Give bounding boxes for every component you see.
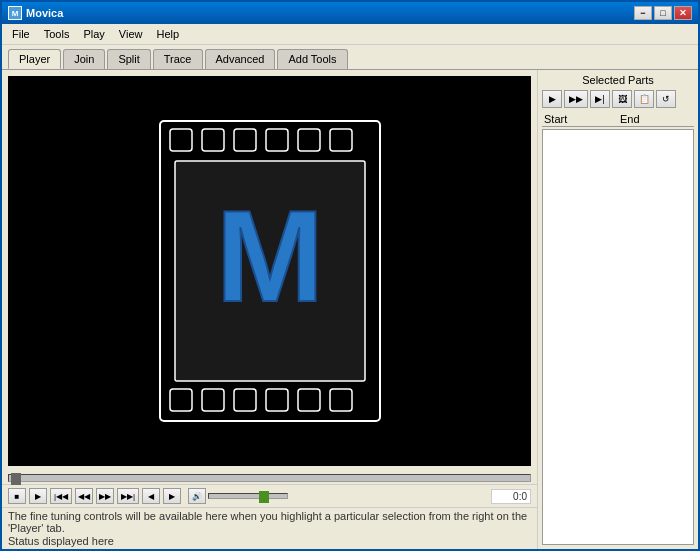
menu-play[interactable]: Play (77, 26, 110, 42)
menu-help[interactable]: Help (150, 26, 185, 42)
selected-parts-label: Selected Parts (542, 74, 694, 86)
title-bar: M Movica − □ ✕ (2, 2, 698, 24)
window-title: Movica (26, 7, 63, 19)
tab-add-tools[interactable]: Add Tools (277, 49, 347, 69)
next-frame-button[interactable]: ▶▶ (96, 488, 114, 504)
fwd-button[interactable]: ▶ (163, 488, 181, 504)
volume-thumb[interactable] (259, 491, 269, 503)
status-area: The fine tuning controls will be availab… (2, 507, 537, 549)
parts-list[interactable] (542, 129, 694, 545)
film-strip-svg: M (130, 111, 410, 431)
volume-track[interactable] (208, 493, 288, 499)
main-content: M ■ ▶ |◀◀ ◀◀ ▶▶ ▶▶| ◀ ▶ 🔊 (2, 69, 698, 549)
menu-bar: File Tools Play View Help (2, 24, 698, 45)
tab-join[interactable]: Join (63, 49, 105, 69)
progress-bar-area (2, 472, 537, 484)
stop-button[interactable]: ■ (8, 488, 26, 504)
progress-track[interactable] (8, 474, 531, 482)
svg-rect-2 (202, 129, 224, 151)
time-display: 0:0 (491, 489, 531, 504)
svg-rect-7 (170, 389, 192, 411)
svg-rect-9 (234, 389, 256, 411)
svg-rect-10 (266, 389, 288, 411)
menu-tools[interactable]: Tools (38, 26, 76, 42)
info-text: The fine tuning controls will be availab… (8, 510, 531, 534)
parts-header-start: Start (542, 112, 618, 126)
parts-toolbar: ▶ ▶▶ ▶| 🖼 📋 ↺ (542, 90, 694, 108)
minimize-button[interactable]: − (634, 6, 652, 20)
tab-advanced[interactable]: Advanced (205, 49, 276, 69)
svg-rect-1 (170, 129, 192, 151)
parts-copy-button[interactable]: 📋 (634, 90, 654, 108)
svg-rect-11 (298, 389, 320, 411)
parts-header: Start End (542, 112, 694, 127)
tab-player[interactable]: Player (8, 49, 61, 69)
window-controls: − □ ✕ (634, 6, 692, 20)
volume-icon[interactable]: 🔊 (188, 488, 206, 504)
menu-view[interactable]: View (113, 26, 149, 42)
prev-start-button[interactable]: |◀◀ (50, 488, 72, 504)
parts-header-end: End (618, 112, 694, 126)
app-icon: M (8, 6, 22, 20)
main-window: M Movica − □ ✕ File Tools Play View Help… (0, 0, 700, 551)
parts-refresh-button[interactable]: ↺ (656, 90, 676, 108)
play-button[interactable]: ▶ (29, 488, 47, 504)
close-button[interactable]: ✕ (674, 6, 692, 20)
tab-split[interactable]: Split (107, 49, 150, 69)
controls-bar: ■ ▶ |◀◀ ◀◀ ▶▶ ▶▶| ◀ ▶ 🔊 0:0 (2, 484, 537, 507)
parts-play-button[interactable]: ▶ (542, 90, 562, 108)
video-canvas: M (8, 76, 531, 466)
next-end-button[interactable]: ▶▶| (117, 488, 139, 504)
tab-trace[interactable]: Trace (153, 49, 203, 69)
svg-rect-5 (298, 129, 320, 151)
prev-frame-button[interactable]: ◀◀ (75, 488, 93, 504)
parts-play-end-button[interactable]: ▶▶ (564, 90, 588, 108)
parts-next-button[interactable]: ▶| (590, 90, 610, 108)
title-bar-left: M Movica (8, 6, 63, 20)
svg-rect-6 (330, 129, 352, 151)
tabs-bar: Player Join Split Trace Advanced Add Too… (2, 45, 698, 69)
parts-frame-button[interactable]: 🖼 (612, 90, 632, 108)
svg-rect-8 (202, 389, 224, 411)
volume-area: 🔊 (188, 488, 288, 504)
right-panel: Selected Parts ▶ ▶▶ ▶| 🖼 📋 ↺ Start End (538, 70, 698, 549)
status-text: Status displayed here (8, 535, 531, 547)
svg-text:M: M (215, 183, 323, 329)
menu-file[interactable]: File (6, 26, 36, 42)
progress-thumb[interactable] (11, 473, 21, 485)
svg-rect-12 (330, 389, 352, 411)
svg-rect-3 (234, 129, 256, 151)
svg-rect-4 (266, 129, 288, 151)
player-area: M ■ ▶ |◀◀ ◀◀ ▶▶ ▶▶| ◀ ▶ 🔊 (2, 70, 538, 549)
back-button[interactable]: ◀ (142, 488, 160, 504)
maximize-button[interactable]: □ (654, 6, 672, 20)
